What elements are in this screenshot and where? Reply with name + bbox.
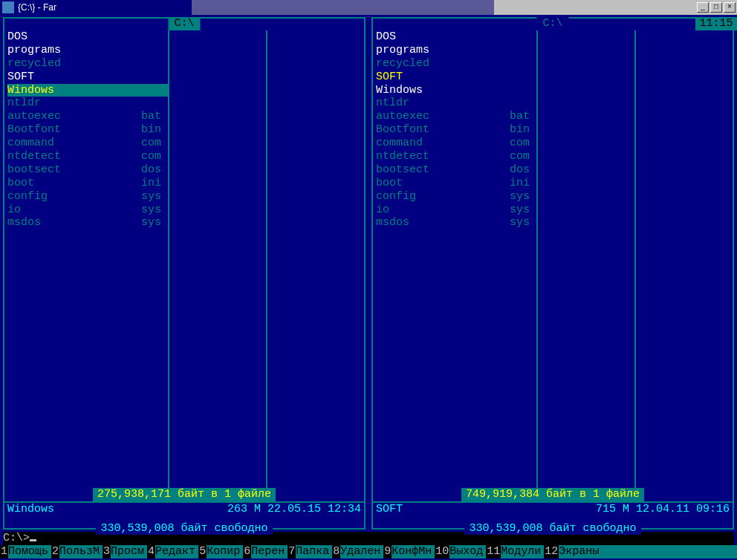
file-row[interactable]: programs [376,44,536,57]
keybar-f9[interactable]: 9КонфМн [383,545,435,559]
keybar-number: 7 [288,545,296,559]
file-row[interactable]: bootini [376,177,536,190]
file-name: config [376,190,510,204]
file-ext: bin [510,123,536,137]
left-free-space: 330,539,008 байт свободно [0,522,368,535]
file-row[interactable]: ntdetectcom [376,150,536,163]
minimize-button[interactable]: _ [697,2,709,13]
right-info-line: SOFT 715 M 12.04.11 09:16 [376,503,730,516]
file-name: ntldr [7,97,141,110]
file-ext: sys [141,216,168,229]
file-name: Windows [376,84,510,97]
keybar-number: 10 [435,545,449,559]
file-name: ntdetect [376,150,510,163]
left-panel[interactable]: C:\ DOSprogramsrecycledSOFTWindowsntldra… [0,15,368,530]
keybar-label: Копир [207,545,243,559]
keybar-f6[interactable]: 6Перен [243,545,288,559]
file-name: autoexec [7,110,141,123]
keybar-f10[interactable]: 10Выход [435,545,486,559]
keybar-f5[interactable]: 5Копир [198,545,243,559]
file-row[interactable]: iosys [7,204,168,217]
file-row[interactable]: commandcom [376,137,536,150]
file-row[interactable]: ntldr [7,97,168,110]
keybar-label: Редакт [155,545,198,559]
file-row[interactable]: SOFT [7,71,168,84]
file-row[interactable]: Bootfontbin [376,123,536,137]
file-ext [141,71,168,84]
file-ext: com [510,137,536,150]
file-row[interactable]: DOS [7,30,168,44]
file-row[interactable]: recycled [376,57,536,71]
file-ext: bat [510,110,536,123]
left-current-name: Windows [7,503,227,516]
file-ext: com [141,150,168,163]
left-panel-path[interactable]: C:\ [168,17,200,30]
file-ext: sys [141,190,168,204]
keybar-number: 8 [332,545,340,559]
left-info-line: Windows 263 M 22.05.15 12:34 [7,503,361,516]
right-current-details: 715 M 12.04.11 09:16 [596,503,730,516]
keybar-label: Удален [340,545,383,559]
file-row[interactable]: msdossys [376,216,536,229]
file-name: msdos [376,216,510,229]
file-name: Windows [7,84,141,97]
file-row[interactable]: commandcom [7,137,168,150]
file-row[interactable]: Windows [7,84,168,97]
keybar-f2[interactable]: 2ПользМ [51,545,103,559]
close-button[interactable]: × [724,2,736,13]
file-row[interactable]: ntdetectcom [7,150,168,163]
right-panel[interactable]: C:\ DOSprogramsrecycledSOFTWindowsntldra… [368,15,737,530]
file-name: bootsect [7,163,141,177]
file-row[interactable]: autoexecbat [7,110,168,123]
file-row[interactable]: bootsectdos [376,163,536,177]
file-name: DOS [376,30,510,44]
right-panel-path[interactable]: C:\ [536,17,568,30]
left-current-details: 263 M 22.05.15 12:34 [227,503,361,516]
cursor-icon [30,539,36,541]
file-name: command [376,137,510,150]
keybar-number: 1 [0,545,8,559]
keybar-f8[interactable]: 8Удален [332,545,383,559]
keybar-f4[interactable]: 4Редакт [147,545,198,559]
right-free-space: 330,539,008 байт свободно [368,522,737,535]
keybar-label: Выход [449,545,486,559]
file-name: boot [7,177,141,190]
keybar-f1[interactable]: 1Помощь [0,545,51,559]
keybar-f3[interactable]: 3Просм [103,545,147,559]
file-row[interactable]: recycled [7,57,168,71]
file-row[interactable]: autoexecbat [376,110,536,123]
right-current-name: SOFT [376,503,596,516]
file-row[interactable]: bootini [7,177,168,190]
keybar-label: Помощь [8,545,51,559]
file-name: recycled [376,57,510,71]
keybar-f11[interactable]: 11Модули [486,545,544,559]
file-ext: sys [141,204,168,217]
file-name: SOFT [7,71,141,84]
file-row[interactable]: ntldr [376,97,536,110]
file-row[interactable]: Windows [376,84,536,97]
file-ext: sys [510,216,536,229]
right-file-list[interactable]: DOSprogramsrecycledSOFTWindowsntldrautoe… [376,30,536,229]
file-row[interactable]: iosys [376,204,536,217]
file-row[interactable]: configsys [7,190,168,204]
left-file-list[interactable]: DOSprogramsrecycledSOFTWindowsntldrautoe… [7,30,168,229]
file-ext: ini [510,177,536,190]
keybar-f7[interactable]: 7Папка [288,545,332,559]
file-row[interactable]: SOFT [376,71,536,84]
keybar-f12[interactable]: 12Экраны [544,545,602,559]
file-row[interactable]: configsys [376,190,536,204]
maximize-button[interactable]: □ [710,2,722,13]
file-name: command [7,137,141,150]
file-ext [510,44,536,57]
file-row[interactable]: bootsectdos [7,163,168,177]
keybar-label: Папка [296,545,332,559]
file-row[interactable]: DOS [376,30,536,44]
file-row[interactable]: Bootfontbin [7,123,168,137]
file-row[interactable]: programs [7,44,168,57]
keybar-label: Экраны [559,545,602,559]
file-name: msdos [7,216,141,229]
file-ext: com [510,150,536,163]
function-keybar: 1Помощь2ПользМ3Просм4Редакт5Копир6Перен7… [0,545,737,559]
file-ext [510,71,536,84]
file-row[interactable]: msdossys [7,216,168,229]
